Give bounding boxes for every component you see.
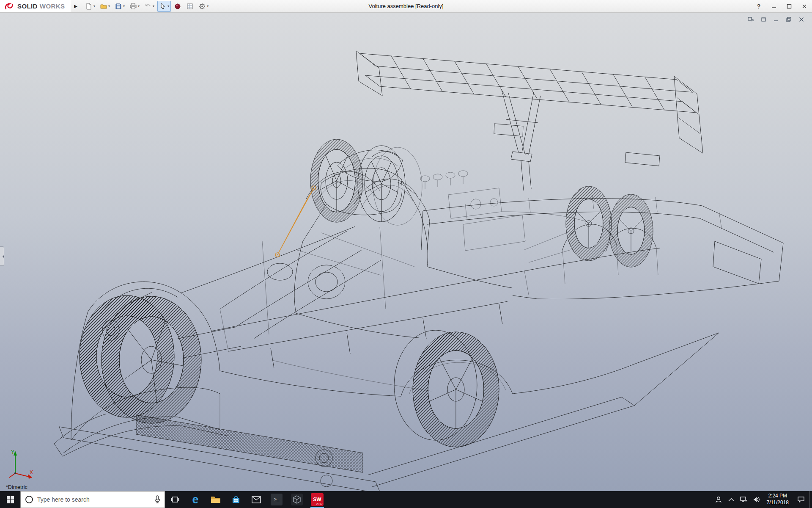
render-sphere-icon xyxy=(174,3,181,10)
quick-access-toolbar: ▾ ▾ ▾ xyxy=(83,1,210,12)
doc-close-icon xyxy=(799,17,804,22)
wireframe-body xyxy=(54,51,783,491)
people-icon xyxy=(715,496,722,503)
taskbar-store-button[interactable] xyxy=(226,491,246,508)
microphone-icon[interactable] xyxy=(154,495,161,504)
action-center-button[interactable] xyxy=(793,491,809,508)
dassault-swirl-icon xyxy=(4,3,15,10)
windows-taskbar: e >_ xyxy=(0,491,812,508)
minimize-button[interactable] xyxy=(766,0,782,12)
volume-icon xyxy=(753,496,760,503)
task-view-icon xyxy=(171,496,179,503)
file-explorer-icon xyxy=(211,495,221,504)
select-tool-button[interactable]: ▾ xyxy=(157,1,171,12)
undo-icon xyxy=(144,3,152,10)
clock-date: 7/11/2018 xyxy=(767,500,789,506)
new-document-button[interactable]: ▾ xyxy=(83,1,97,12)
taskbar-edge-button[interactable]: e xyxy=(185,491,206,508)
gear-icon xyxy=(198,3,206,10)
dropdown-caret-icon[interactable]: ▾ xyxy=(207,4,208,8)
task-view-button[interactable] xyxy=(165,491,185,508)
open-folder-icon xyxy=(100,3,107,10)
network-icon xyxy=(740,496,748,503)
cortana-icon[interactable] xyxy=(25,495,34,504)
save-button[interactable]: ▾ xyxy=(113,1,126,12)
solidworks-logo: SOLIDWORKS xyxy=(0,0,71,12)
solidworks-app-icon: SW 2017 xyxy=(311,493,324,506)
render-tools-button[interactable] xyxy=(172,1,183,12)
menu-flyout-arrow-icon[interactable]: ▶ xyxy=(74,4,77,8)
doc-arrange-button[interactable] xyxy=(747,16,754,23)
network-button[interactable] xyxy=(738,491,750,508)
sw-badge-text: SW xyxy=(313,497,321,502)
document-window-controls xyxy=(747,16,805,23)
cube-app-icon xyxy=(291,494,303,505)
view-orientation-label: *Dimetric xyxy=(6,484,27,490)
help-button[interactable]: ? xyxy=(751,0,766,12)
maximize-button[interactable] xyxy=(782,0,797,12)
taskbar-mail-button[interactable] xyxy=(246,491,266,508)
pin-window-icon xyxy=(760,17,766,22)
dropdown-caret-icon[interactable]: ▾ xyxy=(138,4,140,8)
doc-close-button[interactable] xyxy=(798,16,805,23)
search-input[interactable] xyxy=(37,496,151,503)
titlebar-window-controls: ? xyxy=(751,0,812,12)
brand-solid-text: SOLID xyxy=(17,3,38,10)
chevron-up-icon xyxy=(728,498,734,502)
triad-y-label: Y xyxy=(11,449,14,455)
orientation-triad: Y X xyxy=(5,448,36,482)
new-document-icon xyxy=(85,3,93,10)
save-icon xyxy=(115,3,122,10)
taskbar-3d-app-button[interactable] xyxy=(287,491,307,508)
tray-overflow-button[interactable] xyxy=(725,491,738,508)
action-center-icon xyxy=(797,496,805,503)
select-cursor-icon xyxy=(159,3,167,10)
taskbar-clock[interactable]: 2:24 PM 7/11/2018 xyxy=(763,491,793,508)
windows-logo-icon xyxy=(7,496,14,503)
arrange-windows-icon xyxy=(748,17,754,22)
graphics-viewport[interactable]: Y X *Dimetric xyxy=(0,13,812,491)
system-tray: 2:24 PM 7/11/2018 xyxy=(712,491,812,508)
design-table-button[interactable] xyxy=(184,1,195,12)
doc-restore-button[interactable] xyxy=(785,16,793,23)
dropdown-caret-icon[interactable]: ▾ xyxy=(167,4,169,8)
print-button[interactable]: ▾ xyxy=(128,1,141,12)
dropdown-caret-icon[interactable]: ▾ xyxy=(108,4,110,8)
wireframe-wheels xyxy=(80,139,653,447)
doc-minimize-button[interactable] xyxy=(772,16,780,23)
dropdown-caret-icon[interactable]: ▾ xyxy=(123,4,125,8)
minimize-icon xyxy=(771,4,776,9)
options-button[interactable]: ▾ xyxy=(197,1,210,12)
print-icon xyxy=(129,3,137,10)
doc-pin-button[interactable] xyxy=(760,16,767,23)
triad-z-axis xyxy=(9,473,15,478)
panel-collapse-tab[interactable] xyxy=(0,246,4,266)
doc-minimize-icon xyxy=(774,17,779,22)
people-button[interactable] xyxy=(712,491,725,508)
car-wireframe-model[interactable] xyxy=(0,13,812,491)
volume-button[interactable] xyxy=(750,491,763,508)
taskbar-console-button[interactable]: >_ xyxy=(266,491,287,508)
wireframe-inner-detail xyxy=(220,147,721,430)
mail-icon xyxy=(252,496,261,503)
taskbar-solidworks-button[interactable]: SW 2017 xyxy=(307,491,327,508)
store-icon xyxy=(231,495,241,504)
selected-edge-highlight[interactable] xyxy=(275,186,316,257)
design-table-icon xyxy=(186,3,194,10)
dropdown-caret-icon[interactable]: ▾ xyxy=(93,4,95,8)
edge-icon: e xyxy=(192,494,198,505)
show-desktop-button[interactable] xyxy=(809,491,812,508)
clock-time: 2:24 PM xyxy=(768,493,787,500)
console-icon: >_ xyxy=(271,494,283,505)
taskbar-search-box[interactable] xyxy=(20,491,165,508)
doc-restore-icon xyxy=(786,17,791,22)
sw-badge-year: 2017 xyxy=(316,502,323,505)
close-button[interactable] xyxy=(797,0,812,12)
undo-button[interactable]: ▾ xyxy=(143,1,156,12)
brand-works-text: WORKS xyxy=(40,3,65,10)
taskbar-file-explorer-button[interactable] xyxy=(206,491,226,508)
dropdown-caret-icon[interactable]: ▾ xyxy=(153,4,154,8)
maximize-icon xyxy=(787,4,792,9)
start-button[interactable] xyxy=(0,491,20,508)
open-button[interactable]: ▾ xyxy=(98,1,112,12)
